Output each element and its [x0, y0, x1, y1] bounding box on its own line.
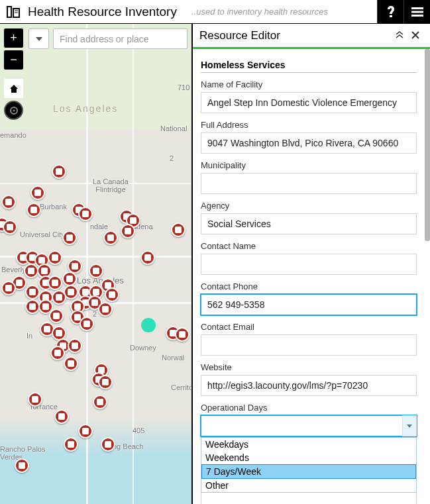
map-pin[interactable] [103, 230, 118, 245]
map-pin[interactable] [52, 290, 66, 305]
help-button[interactable] [377, 0, 403, 24]
svg-point-9 [13, 109, 15, 111]
map-pin[interactable] [98, 375, 113, 389]
map-label: La Canada Flintridge [93, 177, 129, 193]
map-pin[interactable] [54, 409, 69, 424]
map-pin[interactable] [64, 356, 78, 371]
map-pin[interactable] [93, 395, 107, 409]
map-pin[interactable] [68, 338, 82, 353]
field-label-agency: Agency [201, 201, 417, 211]
field-label-municipality: Municipality [201, 160, 417, 170]
opdays-option[interactable]: 7 Days/Week [201, 464, 416, 479]
map-pin[interactable] [62, 272, 77, 286]
field-label-address: Full Address [201, 120, 417, 130]
municipality-input[interactable] [201, 173, 417, 194]
map-pin[interactable] [27, 203, 41, 217]
map-pin[interactable] [62, 230, 77, 245]
name-input[interactable] [201, 92, 417, 113]
map-pin[interactable] [52, 164, 66, 179]
opdays-select-value[interactable] [201, 415, 417, 436]
svg-rect-5 [411, 7, 423, 9]
section-title: Homeless Services [201, 60, 417, 73]
map-label: 710 [178, 83, 189, 91]
svg-rect-6 [411, 11, 423, 13]
map-label: ndale [90, 223, 108, 230]
map-pin[interactable] [15, 458, 29, 473]
field-label-opdays: Operational Days [201, 403, 417, 413]
search-scope-dropdown[interactable] [28, 28, 49, 49]
map-label: emando [0, 131, 27, 139]
map-pin[interactable] [78, 207, 93, 221]
locate-button[interactable] [4, 101, 23, 120]
map-pin[interactable] [175, 327, 189, 342]
map-pin[interactable] [105, 287, 119, 302]
opdays-option[interactable]: Weekends [201, 451, 416, 464]
map-pin[interactable] [1, 195, 16, 209]
agency-input[interactable] [201, 213, 417, 234]
map-panel[interactable]: Los Angeles 710 National emando 2 La Can… [0, 24, 191, 504]
opdays-select[interactable]: Weekdays Weekends 7 Days/Week Other [201, 415, 417, 436]
opdays-option[interactable]: Weekdays [201, 438, 416, 451]
svg-rect-0 [7, 7, 11, 17]
map-label: Norwal [162, 354, 184, 362]
field-label-contactname: Contact Name [201, 241, 417, 251]
contactname-input[interactable] [201, 254, 417, 275]
app-logo-icon [0, 0, 27, 24]
app-header: Health Resource Inventory ..used to inve… [0, 0, 430, 24]
map-pin[interactable] [64, 437, 78, 452]
map-label: Burbank [40, 203, 67, 211]
map-pin[interactable] [30, 185, 45, 200]
home-extent-button[interactable] [4, 79, 23, 98]
collapse-button[interactable] [392, 30, 407, 41]
map-label: National [160, 125, 187, 132]
map-pin[interactable] [25, 285, 40, 299]
map-pin[interactable] [3, 220, 17, 234]
search-input[interactable] [53, 28, 188, 49]
menu-button[interactable] [403, 0, 430, 24]
map-label: Cerrito [171, 383, 191, 391]
field-label-name: Name of Facility [201, 79, 417, 89]
chevron-down-icon[interactable] [402, 415, 417, 436]
map-pin[interactable] [28, 392, 42, 407]
field-label-contactphone: Contact Phone [201, 281, 417, 291]
map-pin[interactable] [171, 223, 186, 237]
map-pin[interactable] [121, 224, 135, 238]
map-label: Downey [130, 344, 156, 352]
map-pin[interactable] [24, 264, 38, 278]
app-title: Health Resource Inventory [27, 5, 177, 19]
website-input[interactable] [201, 375, 417, 396]
map-pin[interactable] [101, 437, 115, 452]
zoom-out-button[interactable]: − [4, 50, 23, 70]
map-pin[interactable] [49, 309, 64, 323]
map-pin[interactable] [25, 299, 40, 314]
contactemail-input[interactable] [201, 334, 417, 356]
map-pin[interactable] [89, 264, 103, 278]
map-pin[interactable] [98, 302, 113, 317]
map-pin[interactable] [48, 276, 62, 290]
contactphone-input[interactable] [201, 294, 417, 315]
map-pin[interactable] [48, 250, 62, 265]
map-pin[interactable] [1, 281, 16, 295]
map-pin[interactable] [50, 346, 65, 360]
field-label-website: Website [201, 362, 417, 372]
map-label: In [27, 332, 32, 340]
map-label: ng Beach [113, 442, 143, 450]
map-pin[interactable] [140, 250, 155, 265]
map-pin[interactable] [80, 317, 94, 331]
map-label-area: Los Angeles [53, 103, 118, 114]
close-button[interactable] [407, 30, 423, 41]
map-label: 2 [170, 154, 174, 162]
map-label: 405 [133, 427, 144, 434]
opdays-dropdown: Weekdays Weekends 7 Days/Week Other [201, 437, 417, 493]
map-label: Universal City [20, 230, 65, 238]
address-input[interactable] [201, 132, 417, 154]
map-pin[interactable] [78, 424, 93, 438]
resource-editor-panel: Resource Editor Homeless Services Name o… [191, 24, 430, 504]
svg-rect-4 [390, 15, 392, 17]
selected-location-marker[interactable] [141, 318, 156, 332]
map-label: 2 [93, 310, 97, 318]
app-description: ..used to inventory health resources [177, 7, 377, 17]
zoom-in-button[interactable]: + [4, 28, 23, 48]
svg-rect-7 [411, 15, 423, 17]
opdays-option[interactable]: Other [201, 479, 416, 492]
